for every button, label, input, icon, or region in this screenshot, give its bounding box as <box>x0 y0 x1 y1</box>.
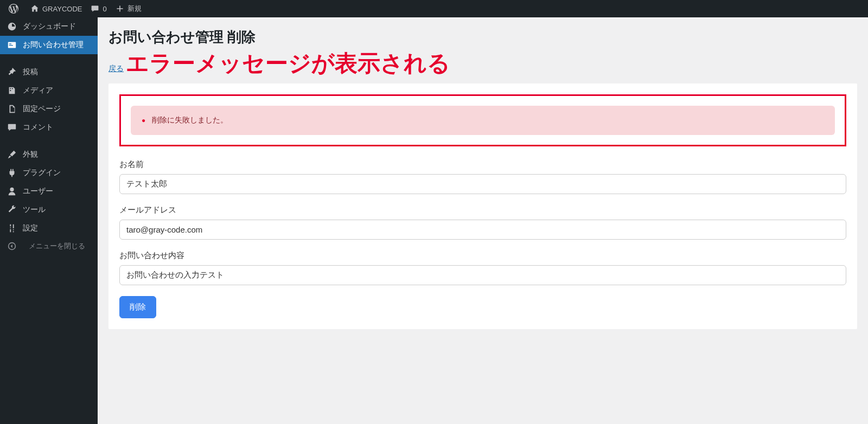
sidebar-item-label: コメント <box>23 123 53 132</box>
email-input[interactable] <box>119 220 846 240</box>
wrench-icon <box>7 205 17 215</box>
sidebar-item-contact[interactable]: お問い合わせ管理 <box>0 36 98 54</box>
svg-rect-2 <box>9 45 13 46</box>
sidebar-item-posts[interactable]: 投稿 <box>0 63 98 81</box>
sidebar-item-label: 外観 <box>23 150 38 159</box>
collapse-label: メニューを閉じる <box>23 242 91 251</box>
card-icon <box>7 40 17 50</box>
sidebar-collapse[interactable]: メニューを閉じる <box>0 237 98 255</box>
page-title: お問い合わせ管理 削除 <box>108 28 857 47</box>
alert-highlight-box: ● 削除に失敗しました。 <box>119 94 846 146</box>
name-label: お名前 <box>119 159 846 170</box>
site-link[interactable]: GRAYCODE <box>26 0 86 17</box>
comment-icon <box>91 4 99 13</box>
sidebar-item-label: メディア <box>23 86 53 95</box>
back-row: 戻る エラーメッセージが表示される <box>108 51 857 76</box>
sidebar-item-label: プラグイン <box>23 168 61 178</box>
page-icon <box>7 104 17 114</box>
email-label: メールアドレス <box>119 205 846 215</box>
admin-bar: GRAYCODE 0 新規 <box>0 0 868 17</box>
sidebar-separator <box>0 54 98 63</box>
chat-icon <box>7 123 17 132</box>
collapse-icon <box>7 242 17 250</box>
site-title: GRAYCODE <box>42 5 82 13</box>
sidebar-item-settings[interactable]: 設定 <box>0 219 98 237</box>
dashboard-icon <box>7 22 17 31</box>
form-group-name: お名前 <box>119 159 846 194</box>
media-icon <box>7 86 17 95</box>
sidebar-item-label: お問い合わせ管理 <box>23 40 84 50</box>
new-content-link[interactable]: 新規 <box>111 0 146 17</box>
main-content: お問い合わせ管理 削除 戻る エラーメッセージが表示される ● 削除に失敗しまし… <box>98 17 868 340</box>
sidebar-item-label: 固定ページ <box>23 104 61 114</box>
sidebar-item-tools[interactable]: ツール <box>0 201 98 219</box>
annotation-text: エラーメッセージが表示される <box>126 51 450 76</box>
sidebar-item-dashboard[interactable]: ダッシュボード <box>0 17 98 36</box>
brush-icon <box>7 150 17 159</box>
settings-icon <box>7 223 17 233</box>
admin-sidebar: ダッシュボード お問い合わせ管理 投稿 メディア 固定ページ コメント <box>0 17 98 340</box>
plug-icon <box>7 168 17 178</box>
sidebar-item-label: ツール <box>23 205 46 215</box>
alert-message: 削除に失敗しました。 <box>152 115 228 125</box>
sidebar-item-label: ダッシュボード <box>23 22 76 31</box>
form-group-content: お問い合わせ内容 <box>119 250 846 285</box>
content-input[interactable] <box>119 265 846 285</box>
sidebar-item-pages[interactable]: 固定ページ <box>0 100 98 118</box>
bullet-icon: ● <box>142 117 145 124</box>
svg-rect-1 <box>9 43 12 44</box>
name-input[interactable] <box>119 174 846 194</box>
home-icon <box>30 4 39 13</box>
sidebar-item-comments[interactable]: コメント <box>0 118 98 137</box>
sidebar-item-label: 設定 <box>23 223 38 233</box>
back-link[interactable]: 戻る <box>108 64 124 74</box>
sidebar-separator <box>0 137 98 145</box>
delete-button[interactable]: 削除 <box>119 296 156 318</box>
content-card: ● 削除に失敗しました。 お名前 メールアドレス お問い合わせ内容 削除 <box>108 83 857 329</box>
comments-link[interactable]: 0 <box>86 0 111 17</box>
sidebar-item-media[interactable]: メディア <box>0 81 98 100</box>
form-group-email: メールアドレス <box>119 205 846 240</box>
error-alert: ● 削除に失敗しました。 <box>131 106 835 135</box>
user-icon <box>7 187 17 196</box>
sidebar-item-plugins[interactable]: プラグイン <box>0 164 98 182</box>
wp-logo[interactable] <box>4 0 26 17</box>
sidebar-item-appearance[interactable]: 外観 <box>0 145 98 164</box>
content-label: お問い合わせ内容 <box>119 250 846 261</box>
sidebar-item-label: ユーザー <box>23 187 53 196</box>
comment-count: 0 <box>103 5 106 13</box>
wordpress-icon <box>9 4 18 14</box>
sidebar-item-users[interactable]: ユーザー <box>0 182 98 201</box>
new-label: 新規 <box>127 4 142 14</box>
sidebar-item-label: 投稿 <box>23 67 38 77</box>
plus-icon <box>116 4 124 13</box>
pin-icon <box>7 67 17 77</box>
